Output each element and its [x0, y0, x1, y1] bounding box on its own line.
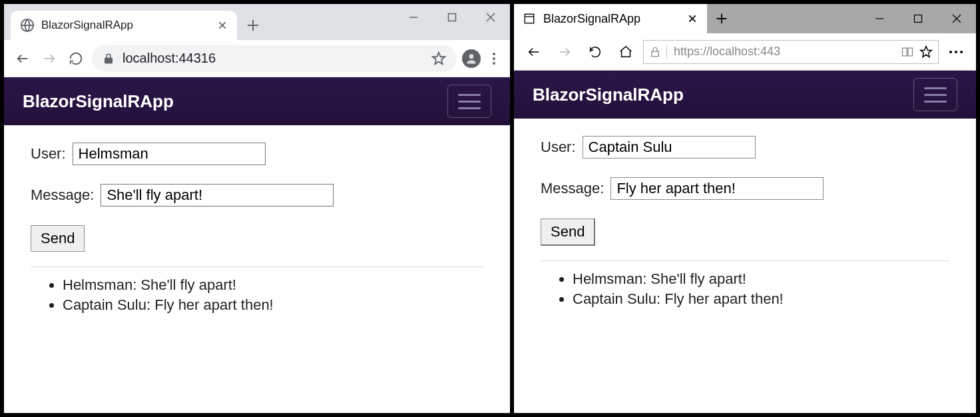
edge-tabstrip: BlazorSignalRApp: [514, 4, 976, 33]
message-list: Helmsman: She'll fly apart! Captain Sulu…: [541, 270, 949, 308]
send-button[interactable]: Send: [541, 218, 595, 246]
address-input[interactable]: [121, 50, 425, 67]
forward-button[interactable]: [551, 39, 578, 65]
send-button[interactable]: Send: [31, 225, 85, 252]
message-list: Helmsman: She'll fly apart! Captain Sulu…: [31, 276, 483, 314]
close-window-button[interactable]: [937, 4, 976, 33]
globe-icon: [20, 18, 35, 33]
bookmark-icon[interactable]: [919, 45, 933, 59]
chrome-window: BlazorSignalRApp: [4, 4, 510, 413]
app-brand: BlazorSignalRApp: [533, 85, 684, 105]
lock-icon: [649, 46, 661, 58]
list-item: Captain Sulu: Fly her apart then!: [573, 290, 949, 308]
hamburger-button[interactable]: [447, 85, 491, 118]
reload-button[interactable]: [582, 39, 609, 65]
message-input[interactable]: [101, 184, 334, 207]
close-icon[interactable]: [687, 13, 698, 24]
divider: [541, 260, 949, 261]
new-tab-button[interactable]: [707, 4, 736, 33]
app-navbar: BlazorSignalRApp: [514, 71, 976, 119]
chat-form: User: Message: Send Helmsman: She'll fly…: [514, 119, 976, 328]
user-label: User:: [541, 139, 576, 156]
new-tab-button[interactable]: [241, 13, 265, 37]
hamburger-button[interactable]: [913, 78, 957, 111]
svg-point-2: [469, 54, 474, 59]
menu-button[interactable]: [943, 51, 969, 53]
edge-toolbar: [514, 33, 976, 71]
chat-form: User: Message: Send Helmsman: She'll fly…: [4, 125, 510, 334]
user-input[interactable]: [583, 136, 756, 159]
list-item: Helmsman: She'll fly apart!: [573, 270, 949, 288]
browser-tab[interactable]: BlazorSignalRApp: [514, 4, 707, 33]
chrome-toolbar: [4, 40, 510, 77]
forward-button[interactable]: [39, 48, 60, 69]
back-button[interactable]: [12, 48, 33, 69]
menu-button[interactable]: [486, 53, 502, 65]
reading-view-icon[interactable]: [901, 45, 914, 59]
lock-icon: [103, 53, 115, 65]
window-controls: [860, 4, 976, 33]
maximize-button[interactable]: [433, 4, 471, 31]
app-navbar: BlazorSignalRApp: [4, 77, 510, 125]
browser-tab[interactable]: BlazorSignalRApp: [11, 11, 237, 40]
message-label: Message:: [31, 187, 94, 204]
app-brand: BlazorSignalRApp: [23, 91, 174, 112]
svg-rect-1: [449, 14, 456, 21]
home-button[interactable]: [612, 39, 639, 65]
minimize-button[interactable]: [394, 4, 433, 31]
reload-button[interactable]: [65, 48, 87, 69]
list-item: Captain Sulu: Fly her apart then!: [63, 296, 483, 314]
svg-rect-3: [525, 14, 534, 23]
minimize-button[interactable]: [860, 4, 899, 33]
close-icon[interactable]: [217, 20, 228, 31]
back-button[interactable]: [521, 39, 547, 65]
profile-avatar[interactable]: [462, 49, 481, 68]
svg-rect-5: [652, 51, 659, 57]
separator: [666, 45, 667, 59]
page-icon: [523, 13, 535, 25]
window-controls: [394, 4, 510, 31]
address-bar[interactable]: [92, 45, 457, 72]
edge-window: BlazorSignalRApp: [514, 4, 976, 413]
message-label: Message:: [541, 180, 604, 197]
tab-title: BlazorSignalRApp: [41, 19, 133, 32]
divider: [31, 266, 483, 267]
maximize-button[interactable]: [899, 4, 937, 33]
svg-rect-4: [915, 15, 922, 23]
user-label: User:: [31, 145, 66, 163]
bookmark-icon[interactable]: [431, 51, 446, 66]
close-window-button[interactable]: [471, 4, 510, 31]
tab-title: BlazorSignalRApp: [543, 12, 640, 26]
message-input[interactable]: [611, 177, 824, 200]
list-item: Helmsman: She'll fly apart!: [63, 276, 483, 294]
chrome-tabstrip: BlazorSignalRApp: [4, 4, 510, 40]
address-bar[interactable]: [643, 40, 939, 64]
address-input[interactable]: [672, 44, 895, 59]
user-input[interactable]: [73, 143, 266, 165]
